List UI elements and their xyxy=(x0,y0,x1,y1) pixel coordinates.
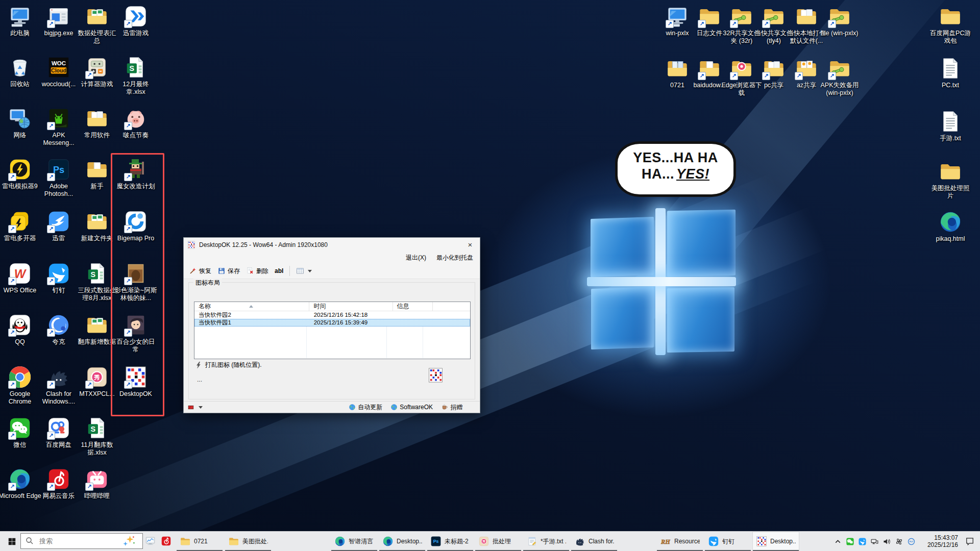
desktop-icon[interactable]: 回收站 xyxy=(0,56,41,88)
taskbar-button-label: 未标题-2 ... xyxy=(445,537,470,546)
magic-wand-icon xyxy=(189,267,197,275)
desktopok-window[interactable]: DesktopOK 12.25 - Wow64 - Admin 1920x108… xyxy=(183,237,480,413)
menu-minimize-to-tray[interactable]: 最小化到托盘 xyxy=(432,253,478,263)
dingtalk-icon[interactable] xyxy=(858,537,867,546)
shuffle-icons-option[interactable]: 打乱图标 (随机位置). xyxy=(195,361,262,369)
menu-exit[interactable]: 退出(X) xyxy=(401,253,431,263)
desktop-icon[interactable]: ↗网易云音乐 xyxy=(37,467,80,500)
taskbar-button[interactable]: 秀批处理 xyxy=(475,532,522,551)
copilot-sparkle-icon[interactable] xyxy=(122,535,135,547)
desktop-icon[interactable]: ↗APK Messeng... xyxy=(37,107,80,147)
desktop-icon[interactable]: ↗迅雷游戏 xyxy=(114,5,157,37)
desktop-icon-label: 美图批处理照片 xyxy=(929,185,972,200)
desktop-icon-label: Adobe Photosh... xyxy=(37,183,80,198)
desktop-icon-label: pikaq.html xyxy=(929,235,972,243)
wechat-icon[interactable] xyxy=(846,537,854,546)
desktop-icon[interactable]: ↗钉钉 xyxy=(37,262,80,294)
desktopok-logo[interactable] xyxy=(428,367,444,384)
desktop-icon[interactable]: W↗WPS Office xyxy=(0,262,41,294)
calculator-icon: ↗ xyxy=(85,56,109,79)
woc-cloud-icon: WOCCloud xyxy=(47,56,70,79)
desktop-icon[interactable]: 网络 xyxy=(0,107,41,139)
volume-icon[interactable] xyxy=(883,537,891,546)
desktop-icon[interactable]: 常用软件 xyxy=(76,107,118,139)
taskbar-button-label: 0721 xyxy=(194,538,208,545)
globe-icon xyxy=(390,404,398,411)
desktop-icon[interactable]: ↗file (win-pxlx) xyxy=(818,5,861,37)
network-tray-icon[interactable] xyxy=(870,537,879,546)
desktop-icon[interactable]: ↗百度网盘 xyxy=(37,416,80,449)
desktop-icon[interactable]: 百度网盘PC游戏包 xyxy=(929,5,972,45)
desktop-icon[interactable]: ↗Microsoft Edge xyxy=(0,467,41,500)
desktop-icon-label: 计算器游戏 xyxy=(76,81,118,88)
taskbar-button[interactable]: 智谱清言 ... xyxy=(331,532,378,551)
restore-button[interactable]: 恢复 xyxy=(186,265,214,277)
taskbar-button[interactable]: 钉钉 xyxy=(704,532,751,551)
taskbar-search[interactable] xyxy=(20,533,143,549)
column-header-info[interactable]: 信息 xyxy=(393,302,433,311)
desktop-icon[interactable]: ↗APK失效备用 (win-pxlx) xyxy=(818,57,861,97)
desktop-icon[interactable]: ↗Google Chrome xyxy=(0,365,41,406)
taskbar-button[interactable]: Desktop... xyxy=(379,532,426,551)
desktop-icon[interactable]: ↗Clash for Windows.... xyxy=(37,365,80,406)
desktop-icon[interactable]: S11月翻库数据.xlsx xyxy=(76,416,118,457)
softwareok-link[interactable]: SoftwareOK xyxy=(390,404,433,411)
taskbar-button-label: Clash for... xyxy=(589,538,614,545)
desktop-icon[interactable]: 美图批处理照片 xyxy=(929,160,972,200)
desktop-icon[interactable]: ↗哔哩哔哩 xyxy=(76,467,118,500)
desktop-icon[interactable]: ↗雷电模拟器9 xyxy=(0,158,41,190)
shortcut-arrow-icon: ↗ xyxy=(666,20,674,28)
auto-update-link[interactable]: 自动更新 xyxy=(349,403,382,412)
layout-row[interactable]: 当快软件园22025/12/16 15:42:18 xyxy=(194,311,470,319)
taskbar-button[interactable]: 0721 xyxy=(176,532,223,551)
language-flag-button[interactable] xyxy=(187,404,203,411)
desktop-icon[interactable]: 手游.txt xyxy=(929,110,972,142)
window-titlebar[interactable]: DesktopOK 12.25 - Wow64 - Admin 1920x108… xyxy=(184,238,480,252)
desktop-icon-label: 此电脑 xyxy=(0,30,41,37)
chevron-up-icon[interactable] xyxy=(834,537,842,546)
taskbar-button[interactable]: Clash for... xyxy=(571,532,618,551)
performance-monitor-icon[interactable] xyxy=(145,536,156,546)
chrome-icon: ↗ xyxy=(8,365,32,389)
desktop-icon[interactable]: WOCCloudwoccloud(... xyxy=(37,56,80,88)
desktop-icon[interactable]: PC.txt xyxy=(929,57,972,89)
ifly-icon[interactable]: FLY xyxy=(907,537,916,546)
view-columns-button[interactable] xyxy=(293,265,314,277)
desktop-icon[interactable]: 此电脑 xyxy=(0,5,41,37)
edge-icon xyxy=(334,536,346,547)
layout-row[interactable]: 当快软件园12025/12/16 15:39:49 xyxy=(194,319,470,327)
taskbar-button[interactable]: RHResource... xyxy=(656,532,703,551)
folder-docs-icon: ↗ xyxy=(762,57,786,80)
desktopok-app-icon xyxy=(187,241,195,249)
desktop-icon[interactable]: ↗bigjpg.exe xyxy=(37,5,80,37)
desktop-icon[interactable]: S12月最终章.xlsx xyxy=(114,56,157,96)
desktop-icon[interactable]: pikaq.html xyxy=(929,210,972,243)
desktop-icon[interactable]: ↗计算器游戏 xyxy=(76,56,118,88)
netease-music-icon[interactable] xyxy=(161,536,172,546)
donate-link[interactable]: 捐赠 xyxy=(441,403,462,412)
desktop-icon[interactable]: ↗QQ xyxy=(0,313,41,346)
search-input[interactable] xyxy=(38,534,117,548)
desktop-icon[interactable]: 数据处理表汇总 xyxy=(76,5,118,45)
desktop-icon[interactable]: ↗迅雷 xyxy=(37,210,80,242)
desktop-icon[interactable]: ↗微信 xyxy=(0,416,41,449)
desktop-icon[interactable]: ↗夸克 xyxy=(37,313,80,346)
xunfei-pinwheel-icon[interactable] xyxy=(895,537,903,546)
layout-list[interactable]: 名称 时间 信息 当快软件园22025/12/16 15:42:18当快软件园1… xyxy=(194,302,471,359)
taskbar-button[interactable]: Ps未标题-2 ... xyxy=(427,532,474,551)
taskbar-button[interactable]: 美图批处... xyxy=(225,532,272,551)
desktop-icon[interactable]: ↗雷电多开器 xyxy=(0,210,41,242)
delete-button[interactable]: 删除 xyxy=(243,265,271,277)
taskbar-button[interactable]: Desktop... xyxy=(752,532,799,551)
desktop-icon[interactable]: ↗啵点节奏 xyxy=(114,107,157,139)
column-header-time[interactable]: 时间 xyxy=(309,302,393,311)
rename-button[interactable]: abl xyxy=(272,266,286,276)
desktop-icon-label: woccloud(... xyxy=(37,81,80,88)
clash-icon: ↗ xyxy=(47,365,70,389)
desktop-icon[interactable]: Ps↗Adobe Photosh... xyxy=(37,158,80,198)
taskbar-button[interactable]: *手游.txt ... xyxy=(523,532,570,551)
action-center-icon[interactable] xyxy=(965,536,975,546)
close-icon[interactable]: × xyxy=(464,240,476,249)
save-button[interactable]: 保存 xyxy=(215,265,242,277)
taskbar-clock[interactable]: 15:43:07 2025/12/16 xyxy=(922,534,958,548)
